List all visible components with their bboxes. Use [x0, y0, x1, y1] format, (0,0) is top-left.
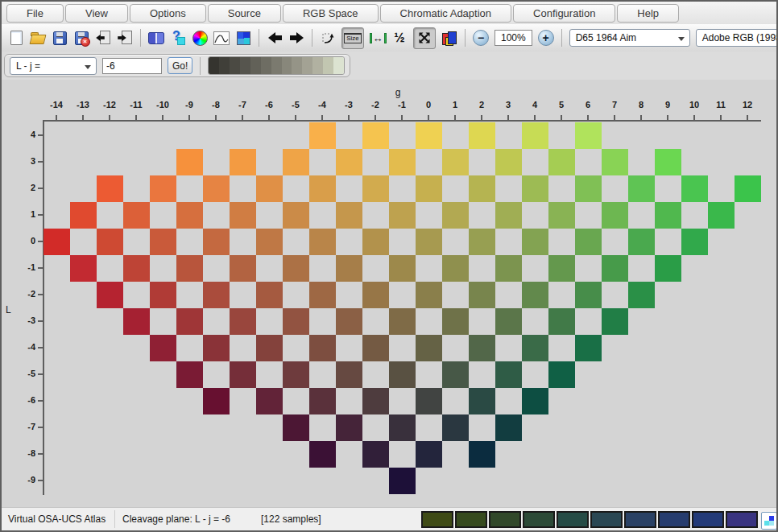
- sample-L0-g6[interactable]: [575, 229, 602, 255]
- sample-L-4-g-8[interactable]: [203, 335, 230, 361]
- sample-L2-g4[interactable]: [522, 175, 548, 202]
- sample-L-7-g-3[interactable]: [336, 414, 362, 441]
- sample-L-2-g-4[interactable]: [309, 282, 336, 308]
- sample-L-3-g-9[interactable]: [176, 308, 203, 335]
- sample-L3-g-9[interactable]: [176, 149, 203, 175]
- status-swatch-3[interactable]: [523, 511, 555, 528]
- sample-L0-g10[interactable]: [681, 229, 708, 255]
- sample-L-1-g-13[interactable]: [70, 255, 97, 282]
- sample-L0-g-2[interactable]: [362, 229, 389, 255]
- sample-L-5-g3[interactable]: [495, 361, 522, 388]
- sample-L-2-g0[interactable]: [416, 282, 442, 308]
- sample-L-1-g-3[interactable]: [336, 255, 362, 282]
- sample-L0-g2[interactable]: [469, 229, 495, 255]
- sample-L0-g-10[interactable]: [150, 229, 176, 255]
- sample-L-3-g1[interactable]: [442, 308, 469, 335]
- sample-L-1-g5[interactable]: [548, 255, 575, 282]
- sample-L-4-g0[interactable]: [416, 335, 442, 361]
- sample-L-2-g2[interactable]: [469, 282, 495, 308]
- sample-L-1-g-7[interactable]: [230, 255, 256, 282]
- sample-L0-g0[interactable]: [416, 229, 442, 255]
- sample-L-1-g7[interactable]: [602, 255, 628, 282]
- sample-L-2-g-12[interactable]: [97, 282, 123, 308]
- sample-L-8-g-4[interactable]: [309, 441, 336, 468]
- sample-L-1-g-1[interactable]: [389, 255, 416, 282]
- sample-L-2-g-10[interactable]: [150, 282, 176, 308]
- sample-L-9-g-1[interactable]: [389, 468, 416, 494]
- sample-L4-g6[interactable]: [575, 122, 602, 149]
- sample-L1-g11[interactable]: [708, 202, 735, 229]
- sample-L1-g-3[interactable]: [336, 202, 362, 229]
- sample-L1-g-11[interactable]: [123, 202, 150, 229]
- sample-L-6-g0[interactable]: [416, 388, 442, 414]
- sample-L-6-g-4[interactable]: [309, 388, 336, 414]
- sample-L-3-g-11[interactable]: [123, 308, 150, 335]
- sample-L-3-g-1[interactable]: [389, 308, 416, 335]
- status-swatch-4[interactable]: [557, 511, 589, 528]
- sample-L-5-g-7[interactable]: [230, 361, 256, 388]
- sample-L-7-g-1[interactable]: [389, 414, 416, 441]
- sample-L-6-g-8[interactable]: [203, 388, 230, 414]
- sample-L-6-g2[interactable]: [469, 388, 495, 414]
- sample-L1-g1[interactable]: [442, 202, 469, 229]
- sample-L0-g-6[interactable]: [256, 229, 283, 255]
- sample-L2-g-6[interactable]: [256, 175, 283, 202]
- sample-L3-g-7[interactable]: [230, 149, 256, 175]
- sample-L-2-g6[interactable]: [575, 282, 602, 308]
- sample-L1-g3[interactable]: [495, 202, 522, 229]
- sample-L-4-g2[interactable]: [469, 335, 495, 361]
- status-swatch-5[interactable]: [590, 511, 623, 528]
- sample-L2-g6[interactable]: [575, 175, 602, 202]
- sample-L-5-g-3[interactable]: [336, 361, 362, 388]
- sample-L2-g10[interactable]: [681, 175, 708, 202]
- sample-L-5-g-5[interactable]: [283, 361, 309, 388]
- sample-L1-g-13[interactable]: [70, 202, 97, 229]
- sample-L2-g-8[interactable]: [203, 175, 230, 202]
- sample-L-3-g-7[interactable]: [230, 308, 256, 335]
- sample-L1-g-5[interactable]: [283, 202, 309, 229]
- sample-L-6-g-2[interactable]: [362, 388, 389, 414]
- sample-L1-g5[interactable]: [548, 202, 575, 229]
- sample-L3-g-3[interactable]: [336, 149, 362, 175]
- sample-L1-g7[interactable]: [602, 202, 628, 229]
- sample-L-1-g-5[interactable]: [283, 255, 309, 282]
- status-swatch-9[interactable]: [726, 511, 758, 528]
- sample-L3-g-5[interactable]: [283, 149, 309, 175]
- sample-L-4-g-2[interactable]: [362, 335, 389, 361]
- sample-L-1-g9[interactable]: [655, 255, 681, 282]
- status-swatch-6[interactable]: [624, 511, 656, 528]
- sample-L-1-g1[interactable]: [442, 255, 469, 282]
- sample-L2-g0[interactable]: [416, 175, 442, 202]
- sample-L-7-g-5[interactable]: [283, 414, 309, 441]
- sample-L0-g8[interactable]: [628, 229, 655, 255]
- sample-L4-g0[interactable]: [416, 122, 442, 149]
- sample-L0-g4[interactable]: [522, 229, 548, 255]
- sample-L-7-g1[interactable]: [442, 414, 469, 441]
- sample-L2-g-4[interactable]: [309, 175, 336, 202]
- sample-L-2-g8[interactable]: [628, 282, 655, 308]
- sample-L2-g-12[interactable]: [97, 175, 123, 202]
- sample-L-4-g-10[interactable]: [150, 335, 176, 361]
- sample-L-4-g6[interactable]: [575, 335, 602, 361]
- status-swatch-7[interactable]: [658, 511, 690, 528]
- sample-L0-g-14[interactable]: [43, 229, 70, 255]
- sample-L3-g5[interactable]: [548, 149, 575, 175]
- sample-L-3-g-5[interactable]: [283, 308, 309, 335]
- sample-L-5-g5[interactable]: [548, 361, 575, 388]
- sample-L2-g8[interactable]: [628, 175, 655, 202]
- sample-L0-g-8[interactable]: [203, 229, 230, 255]
- sample-L-6-g4[interactable]: [522, 388, 548, 414]
- sample-L-4-g-6[interactable]: [256, 335, 283, 361]
- status-swatch-0[interactable]: [421, 511, 453, 528]
- sample-L1-g-7[interactable]: [230, 202, 256, 229]
- sample-L0-g-4[interactable]: [309, 229, 336, 255]
- sample-L2-g-10[interactable]: [150, 175, 176, 202]
- sample-L-3-g-3[interactable]: [336, 308, 362, 335]
- sample-L-3-g7[interactable]: [602, 308, 628, 335]
- sample-L3-g1[interactable]: [442, 149, 469, 175]
- sample-L0-g-12[interactable]: [97, 229, 123, 255]
- sample-L-5-g1[interactable]: [442, 361, 469, 388]
- sample-L1-g-1[interactable]: [389, 202, 416, 229]
- sample-L-7-g3[interactable]: [495, 414, 522, 441]
- sample-L-1-g-11[interactable]: [123, 255, 150, 282]
